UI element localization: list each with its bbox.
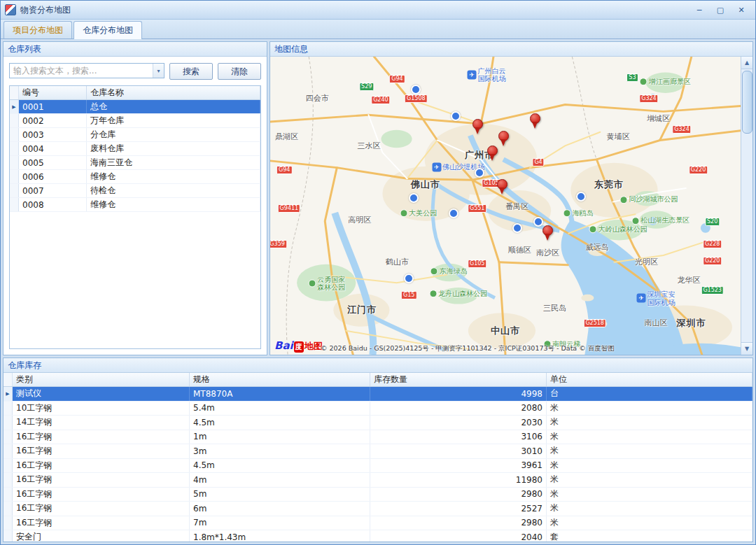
row-indicator (10, 142, 19, 155)
cell: 10工字钢 (13, 402, 190, 416)
map-label: 光明区 (635, 258, 658, 267)
inventory-row[interactable]: 16工字钢7m2980米 (4, 516, 752, 531)
inventory-row[interactable]: 安全门1.8m*1.43m2040套 (4, 530, 752, 542)
map-label: 海鸥岛 (564, 209, 594, 218)
map-canvas[interactable]: ✈广州白云 国际机场四会市增江画廊景区增城区黄埔区鼎湖区三水区广州市✈佛山沙堤机… (270, 57, 752, 355)
warehouse-table: 编号 仓库名称 ▶0001总仓0002万年仓库0003分仓库0004废料仓库00… (9, 85, 261, 349)
column-header-id[interactable]: 编号 (19, 86, 87, 99)
map-label-text: 光明区 (635, 258, 658, 267)
map-label: 龙舟山森林公园 (429, 290, 487, 298)
search-input[interactable] (10, 64, 153, 78)
cell: 安全门 (13, 530, 190, 542)
map-label: 东海绿岛 (430, 267, 468, 276)
map-vertical-scrollbar[interactable]: ▲ ▼ (741, 57, 752, 355)
inventory-row[interactable]: ▶测试仪MT8870A4998台 (4, 387, 752, 402)
cell: 套 (547, 530, 752, 542)
warehouse-row[interactable]: 0004废料仓库 (10, 142, 260, 156)
warehouse-pin-icon[interactable] (542, 225, 553, 241)
clear-button[interactable]: 清除 (218, 63, 261, 80)
column-header-spec[interactable]: 规格 (190, 373, 370, 386)
map-label-text: 江门市 (347, 305, 377, 316)
road-badge: G228 (703, 240, 722, 248)
cell: 4.5m (190, 416, 370, 430)
road-badge: G9411 (278, 204, 301, 213)
warehouse-pin-icon[interactable] (498, 131, 509, 147)
map-label-text: 三民岛 (543, 304, 566, 313)
titlebar: 物资分布地图 ─ ▢ ✕ (1, 1, 755, 20)
column-header-unit[interactable]: 单位 (547, 373, 752, 386)
inventory-table-body: ▶测试仪MT8870A4998台10工字钢5.4m2080米14工字钢4.5m2… (4, 387, 752, 542)
column-header-name[interactable]: 仓库名称 (87, 86, 260, 99)
row-indicator (4, 473, 13, 487)
chevron-down-icon[interactable]: ▾ (153, 64, 164, 78)
inventory-row[interactable]: 16工字钢4.5m3961米 (4, 459, 752, 474)
road-badge: G220 (689, 166, 708, 174)
minimize-button[interactable]: ─ (690, 3, 709, 16)
inventory-row[interactable]: 16工字钢5m2980米 (4, 488, 752, 502)
warehouse-row[interactable]: 0007待检仓 (10, 184, 260, 198)
row-indicator: ▶ (10, 100, 19, 113)
cell: 4998 (370, 387, 547, 401)
map-label-text: 松山湖生态景区 (640, 217, 690, 225)
poi-icon (576, 192, 586, 201)
warehouse-row[interactable]: 0003分仓库 (10, 128, 260, 142)
cell: 维修仓 (87, 198, 260, 211)
warehouse-pin-icon[interactable] (529, 113, 540, 129)
cell: 米 (547, 473, 752, 487)
map-label-text: 大美公园 (409, 209, 437, 218)
column-header-category[interactable]: 类别 (13, 373, 190, 386)
cell: 米 (547, 459, 752, 473)
close-button[interactable]: ✕ (732, 3, 751, 16)
road-badge: S20 (705, 218, 720, 226)
cell: 米 (547, 416, 752, 430)
window-controls: ─ ▢ ✕ (690, 3, 751, 16)
map-label-text: 龙华区 (678, 276, 701, 285)
warehouse-row[interactable]: 0002万年仓库 (10, 114, 260, 128)
warehouse-row[interactable]: 0005海南三亚仓 (10, 156, 260, 170)
cell: 3m (190, 444, 370, 458)
map-label-text: 黄埔区 (607, 133, 630, 142)
map-label: 龙华区 (678, 276, 701, 285)
inventory-table-header: 类别 规格 库存数量 单位 (4, 373, 752, 387)
warehouse-pin-icon[interactable] (486, 146, 498, 162)
cell: 0005 (19, 156, 87, 169)
scroll-down-icon[interactable]: ▼ (741, 342, 753, 355)
warehouse-table-body: ▶0001总仓0002万年仓库0003分仓库0004废料仓库0005海南三亚仓0… (10, 100, 260, 348)
map-label: 大美公园 (400, 209, 437, 218)
inventory-row[interactable]: 10工字钢5.4m2080米 (4, 402, 752, 416)
inventory-row[interactable]: 16工字钢3m3010米 (4, 444, 752, 459)
search-combo: ▾ (9, 63, 164, 78)
map-label-text: 增城区 (647, 115, 670, 124)
warehouse-row[interactable]: ▶0001总仓 (10, 100, 260, 114)
maximize-button[interactable]: ▢ (710, 3, 730, 16)
tab-project-map[interactable]: 项目分布地图 (4, 21, 72, 38)
park-icon (564, 209, 571, 217)
map-label: 增城区 (647, 115, 670, 124)
warehouse-pin-icon[interactable] (472, 119, 483, 135)
baidu-logo-text: Bai (274, 339, 293, 352)
road-badge: S29 (359, 83, 374, 91)
search-button[interactable]: 搜索 (169, 63, 213, 80)
column-header-quantity[interactable]: 库存数量 (370, 373, 547, 386)
road-badge: G324 (672, 125, 691, 134)
row-indicator (4, 459, 13, 473)
warehouse-pin-icon[interactable] (496, 179, 507, 195)
tab-warehouse-map[interactable]: 仓库分布地图 (74, 21, 142, 39)
inventory-row[interactable]: 16工字钢6m2527米 (4, 502, 752, 516)
warehouse-row[interactable]: 0008维修仓 (10, 198, 260, 212)
warehouse-row[interactable]: 0006维修仓 (10, 170, 260, 184)
cell: 米 (547, 502, 752, 516)
cell: 2980 (370, 516, 547, 530)
scroll-up-icon[interactable]: ▲ (741, 57, 753, 69)
inventory-row[interactable]: 14工字钢4.5m2030米 (4, 416, 752, 430)
map-label-text: 中山市 (491, 325, 520, 336)
inventory-row[interactable]: 16工字钢4m11980米 (4, 473, 752, 488)
cell: 米 (547, 430, 752, 444)
scrollbar-thumb[interactable] (742, 71, 752, 134)
map-label-text: 三水区 (358, 141, 381, 150)
inventory-row[interactable]: 16工字钢1m3106米 (4, 430, 752, 445)
map-label: 鼎湖区 (275, 133, 298, 142)
map-label: 四会市 (306, 94, 329, 103)
cell: 分仓库 (87, 128, 260, 141)
map-label-text: 海鸥岛 (573, 209, 594, 218)
